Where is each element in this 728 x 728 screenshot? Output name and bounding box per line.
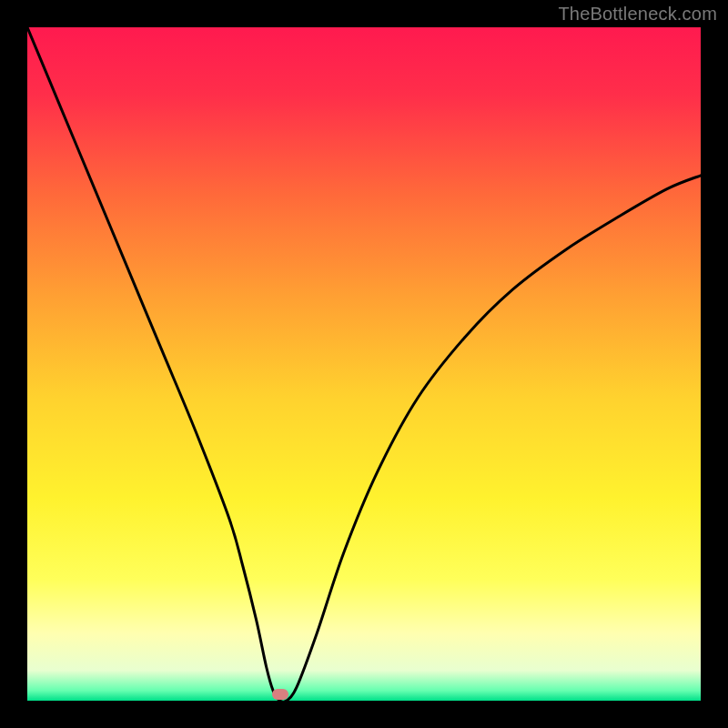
watermark-text: TheBottleneck.com	[558, 4, 717, 25]
plot-area	[27, 27, 701, 701]
bottleneck-curve	[27, 27, 701, 701]
chart-frame: TheBottleneck.com	[0, 0, 728, 728]
optimal-point-marker	[272, 689, 288, 700]
